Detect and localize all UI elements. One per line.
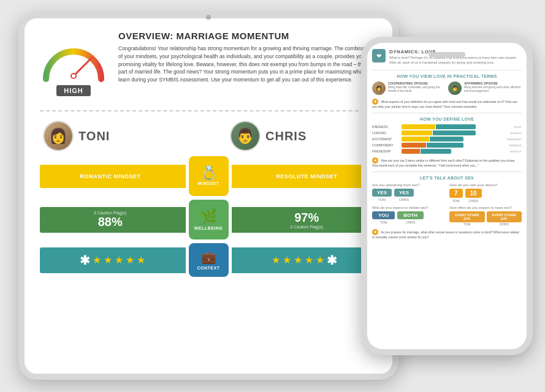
- dl-label-3: COMMITMENT: [372, 143, 400, 147]
- abstaining-col: Are you abstaining from sex? YES TONI YE…: [372, 183, 444, 203]
- mindset-bar-left: ROMANTIC MINDSET: [40, 165, 186, 188]
- toni-block: 👩 TONI: [43, 121, 187, 151]
- toni-initiate-group: YOU TONI: [372, 211, 395, 224]
- wellbeing-right-percent: 97%: [294, 211, 319, 225]
- scene: HIGH OVERVIEW: MARRIAGE MOMENTUM Congrat…: [0, 0, 545, 392]
- chris-freq-name: CHRIS: [487, 222, 522, 226]
- define-row-commitment: COMMITMENT KINDNESS: [372, 143, 522, 148]
- phone-chris-card: 👨 AFFIRMING SPOUSE Being attentive and g…: [448, 81, 522, 95]
- wellbeing-left-percent: 88%: [98, 215, 123, 229]
- dl-right-0: TRUST: [503, 126, 522, 129]
- wellbeing-left-caution: 3 Caution Flag(s): [94, 211, 127, 215]
- star5: ★: [137, 254, 145, 266]
- dl-toni-1: [402, 130, 432, 135]
- toni-desire-badge: 7: [449, 189, 463, 198]
- gauge-label: HIGH: [56, 85, 91, 96]
- toni-desire-name: TONI: [449, 199, 463, 203]
- dl-bars-0: [402, 124, 501, 129]
- star9: ★: [305, 254, 313, 266]
- mindset-left-label: ROMANTIC MINDSET: [80, 173, 141, 179]
- context-star-right: ★ ★ ★ ★ ★ ✱: [232, 247, 378, 273]
- phone-chris-desc: Being attentive and giving each other af…: [464, 86, 522, 93]
- wellbeing-right-caution: 0 Caution Flag(s): [290, 225, 323, 229]
- svg-line-0: [74, 58, 92, 76]
- phone-people-cards: 👩 COOPERATING SPOUSE Being heart-felt, v…: [372, 81, 522, 95]
- overview-body: Congratulations! Your relationship has s…: [118, 45, 377, 84]
- toni-sex-name: TONI: [372, 198, 392, 202]
- initiate-badges: YOU TONI BOTH CHRIS: [372, 211, 444, 224]
- phone-divider-2: [372, 113, 522, 113]
- phone-divider-1: [372, 70, 522, 70]
- chris-avatar: 👨: [230, 121, 261, 151]
- wellbeing-bar-row: 3 Caution Flag(s) 88% 🌿 WELLBEING 97% 0 …: [40, 200, 377, 239]
- toni-name: TONI: [78, 129, 110, 143]
- dl-right-3: KINDNESS: [503, 144, 522, 147]
- dl-toni-2: [402, 137, 429, 141]
- phone-header-icon: ❤: [372, 49, 386, 62]
- phone-chris-avatar-inner: 👨: [448, 81, 462, 95]
- dl-right-1: HONESTY: [503, 132, 522, 135]
- dl-label-4: FRIENDSHIP: [372, 149, 400, 153]
- chris-yes-group: YES CHRIS: [394, 189, 414, 202]
- dl-bars-3: [402, 143, 501, 148]
- frequency-title: How often do you expect to have sex?: [449, 206, 522, 209]
- toni-freq-name: TONI: [449, 222, 485, 226]
- define-row-friendship: FRIENDSHIP RESPECT: [372, 149, 522, 154]
- chris-block: 👨 CHRIS: [230, 121, 374, 151]
- context-bar-row: ✱ ★ ★ ★ ★ ★ 💼 CONTEXT ★ ★ ★: [40, 243, 377, 277]
- dl-right-4: RESPECT: [503, 150, 522, 153]
- toni-desire-group: 7 TONI: [449, 189, 463, 203]
- desire-col: How do you rate your desire? 7 TONI 10 C…: [449, 183, 522, 203]
- chris-desire-name: CHRIS: [465, 199, 482, 203]
- phone-toni-info: COOPERATING SPOUSE Being heart-felt, vul…: [388, 81, 446, 93]
- dl-label-2: EXCITEMENT: [372, 137, 400, 141]
- dl-right-2: FRIENDSHIP: [503, 138, 522, 141]
- sex-bottom-row: Who do you expect to initiate sex? YOU T…: [372, 206, 522, 226]
- dl-bars-4: [402, 149, 501, 154]
- dl-chris-4: [421, 149, 451, 154]
- toni-initiate-badge: YOU: [372, 211, 395, 219]
- mindset-ring-icon: 💍: [200, 167, 217, 180]
- context-center-box: 💼 CONTEXT: [189, 243, 229, 277]
- dl-toni-4: [402, 149, 420, 154]
- overview-text: OVERVIEW: MARRIAGE MOMENTUM Congratulati…: [118, 31, 377, 98]
- tablet-screen: HIGH OVERVIEW: MARRIAGE MOMENTUM Congrat…: [25, 18, 392, 374]
- chris-desire-badge: 10: [465, 189, 482, 198]
- wellbeing-leaf-icon: 🌿: [200, 209, 217, 225]
- frequency-badges: EVERY OTHER DAY TONI EVERY OTHER DAY CHR…: [449, 211, 522, 226]
- star-asterisk-right: ✱: [327, 253, 337, 268]
- phone: ❤ DYNAMICS: LOVE What is love? Perhaps i…: [361, 37, 533, 355]
- phone-content: ❤ DYNAMICS: LOVE What is love? Perhaps i…: [367, 43, 527, 349]
- star6: ★: [272, 254, 280, 266]
- gauge-svg: [40, 33, 107, 88]
- phone-chris-label: AFFIRMING SPOUSE: [464, 81, 522, 85]
- svg-point-2: [72, 74, 75, 78]
- abstaining-badges: YES TONI YES CHRIS: [372, 189, 444, 202]
- sex-section: LET'S TALK ABOUT SEX Are you abstaining …: [372, 176, 522, 239]
- phone-screen: ❤ DYNAMICS: LOVE What is love? Perhaps i…: [367, 43, 527, 349]
- chris-initiate-name: CHRIS: [397, 221, 424, 224]
- phone-toni-avatar: 👩: [372, 81, 386, 95]
- star7: ★: [283, 254, 291, 266]
- chris-sex-name: CHRIS: [394, 198, 414, 202]
- wellbeing-center-label: WELLBEING: [194, 226, 223, 230]
- define-row-kindness: KINDNESS TRUST: [372, 124, 522, 129]
- phone-define-love-title: HOW YOU DEFINE LOVE: [372, 117, 522, 121]
- star2: ★: [104, 254, 112, 266]
- gauge-container: HIGH: [40, 31, 107, 98]
- toni-avatar-inner: 👩: [44, 122, 72, 150]
- chris-initiate-group: BOTH CHRIS: [397, 211, 424, 224]
- toni-yes-group: YES TONI: [372, 189, 392, 202]
- star4: ★: [126, 254, 134, 266]
- star8: ★: [294, 254, 302, 266]
- abstaining-title: Are you abstaining from sex?: [372, 183, 444, 187]
- overview-section: HIGH OVERVIEW: MARRIAGE MOMENTUM Congrat…: [40, 31, 377, 111]
- question-icon-1: ★: [372, 99, 378, 105]
- wellbeing-bar-left: 3 Caution Flag(s) 88%: [40, 207, 186, 233]
- phone-header-text: DYNAMICS: LOVE What is love? Perhaps it'…: [389, 49, 522, 65]
- phone-chris-info: AFFIRMING SPOUSE Being attentive and giv…: [464, 81, 522, 93]
- star1: ★: [93, 254, 101, 266]
- tablet-camera: [206, 15, 211, 20]
- desire-badges: 7 TONI 10 CHRIS: [449, 189, 522, 203]
- toni-freq-badge: EVERY OTHER DAY: [449, 211, 485, 222]
